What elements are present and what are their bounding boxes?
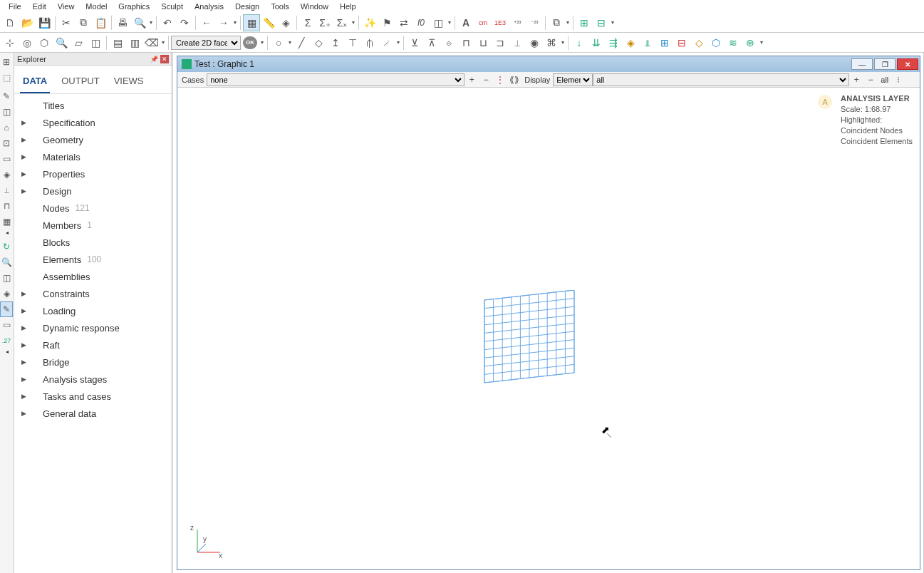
expand-arrow-icon[interactable]: ▶ — [21, 358, 27, 366]
new-icon[interactable]: 🗋 — [1, 14, 19, 31]
ok-button[interactable]: OK — [243, 36, 257, 49]
load11-icon[interactable]: ⊛ — [742, 34, 759, 51]
mesh-icon[interactable]: ◈ — [277, 14, 294, 31]
shape-icon[interactable]: ◇ — [310, 34, 327, 51]
link2-icon[interactable]: ⊔ — [474, 34, 492, 51]
tree-node[interactable]: ▶Bridge — [14, 353, 172, 371]
sigma-x-icon[interactable]: Σₓ — [333, 14, 351, 31]
tree-node[interactable]: ▶Materials — [14, 148, 172, 165]
ruler-icon[interactable]: 📏 — [260, 14, 277, 31]
wand-icon[interactable]: ✨ — [361, 14, 378, 31]
sigma-icon[interactable]: Σ — [299, 14, 316, 31]
mass-icon[interactable]: ◉ — [526, 34, 543, 51]
minimize-button[interactable]: — — [851, 58, 873, 70]
tree-node[interactable]: Elements100 — [14, 251, 172, 268]
menu-model[interactable]: Model — [80, 1, 113, 11]
vt-icon-9[interactable]: ⟂ — [0, 182, 13, 198]
menu-file[interactable]: File — [3, 1, 27, 11]
menu-analysis[interactable]: Analysis — [189, 1, 229, 11]
vt-icon-18[interactable]: .27 — [0, 333, 13, 349]
cases-select[interactable]: none — [207, 73, 464, 86]
expand-arrow-icon[interactable]: ▶ — [21, 187, 27, 195]
support-up-icon[interactable]: ⊼ — [423, 34, 440, 51]
expand-icon[interactable]: ⊞ — [576, 14, 593, 31]
filter-select[interactable]: all — [593, 73, 849, 86]
rigid-icon[interactable]: ⊐ — [492, 34, 509, 51]
expand-arrow-icon[interactable]: ▶ — [21, 410, 27, 417]
load8-icon[interactable]: ◇ — [690, 34, 707, 51]
menu-sculpt[interactable]: Sculpt — [155, 1, 189, 11]
vt-icon-3[interactable]: ✎ — [0, 88, 13, 104]
load10-icon[interactable]: ≋ — [725, 34, 742, 51]
dropdown-icon[interactable]: ▾ — [395, 39, 401, 46]
vt-icon-11[interactable]: ▦ — [0, 214, 13, 229]
vt-icon-7[interactable]: ▭ — [0, 151, 13, 167]
tree-node[interactable]: ▶Tasks and cases — [14, 388, 172, 405]
beam-icon[interactable]: ⊤ — [344, 34, 361, 51]
expand-arrow-icon[interactable]: ▶ — [21, 119, 27, 126]
tree-node[interactable]: ▶Loading — [14, 302, 172, 319]
expand-arrow-icon[interactable]: ▶ — [21, 341, 27, 349]
collapse-marker[interactable]: ◂ — [0, 349, 14, 355]
vt-icon-5[interactable]: ⌂ — [0, 120, 13, 135]
erase-icon[interactable]: ⌫ — [143, 34, 160, 51]
chart-icon[interactable]: ◫ — [430, 14, 447, 31]
forward-icon[interactable]: → — [215, 14, 232, 31]
dropdown-icon[interactable]: ▾ — [148, 19, 154, 26]
dropdown-icon[interactable]: ▾ — [259, 39, 265, 46]
dropdown-icon[interactable]: ▾ — [565, 19, 571, 26]
tree-node[interactable]: Assemblies — [14, 268, 172, 285]
restraint-icon[interactable]: ⊓ — [457, 34, 474, 51]
pin-icon[interactable]: ↥ — [327, 34, 344, 51]
spring-icon[interactable]: ⫛ — [361, 34, 378, 51]
broadcast-icon[interactable]: ⟪⟫ — [508, 73, 521, 86]
add-icon[interactable]: + — [465, 73, 478, 86]
cut-icon[interactable]: ✂ — [58, 14, 75, 31]
node-icon[interactable]: ◫ — [87, 34, 104, 51]
undo-icon[interactable]: ↶ — [159, 14, 176, 31]
paste-icon[interactable]: 📋 — [92, 14, 109, 31]
load1-icon[interactable]: ↓ — [571, 34, 588, 51]
tree-node[interactable]: ▶Geometry — [14, 131, 172, 148]
expand-arrow-icon[interactable]: ▶ — [21, 324, 27, 331]
expand-arrow-icon[interactable]: ▶ — [21, 136, 27, 143]
load7-icon[interactable]: ⊟ — [673, 34, 690, 51]
pin-icon[interactable]: 📌 — [150, 56, 159, 63]
collapse-marker[interactable]: ◂ — [0, 229, 14, 236]
decrease-decimal-icon[interactable]: ⁻²³ — [526, 14, 543, 31]
damper-icon[interactable]: ⌘ — [543, 34, 560, 51]
fx-icon[interactable]: f0 — [412, 14, 430, 31]
vt-icon-10[interactable]: ⊓ — [0, 198, 13, 214]
dropdown-icon[interactable]: ▾ — [160, 39, 166, 46]
line-icon[interactable]: ╱ — [293, 34, 310, 51]
vt-icon-17[interactable]: ▭ — [0, 317, 13, 333]
dropdown-icon[interactable]: ▾ — [351, 19, 356, 26]
dropdown-icon[interactable]: ▾ — [560, 39, 566, 46]
constraint-icon[interactable]: ⟂ — [509, 34, 526, 51]
back-icon[interactable]: ← — [198, 14, 215, 31]
load3-icon[interactable]: ⇶ — [605, 34, 622, 51]
expand-arrow-icon[interactable]: ▶ — [21, 290, 27, 297]
menu-tools[interactable]: Tools — [265, 1, 295, 11]
tab-views[interactable]: VIEWS — [111, 71, 147, 93]
menu-window[interactable]: Window — [295, 1, 334, 11]
support-down-icon[interactable]: ⊻ — [406, 34, 423, 51]
vt-icon-12[interactable]: ↻ — [0, 239, 13, 254]
menu-graphics[interactable]: Graphics — [113, 1, 155, 11]
settings-icon[interactable]: ⁝ — [892, 73, 905, 86]
dropdown-icon[interactable]: ▾ — [447, 19, 452, 26]
swap-icon[interactable]: ⇄ — [395, 14, 412, 31]
vt-icon-2[interactable]: ⬚ — [0, 70, 13, 86]
target-icon[interactable]: ◎ — [19, 34, 36, 51]
dropdown-icon[interactable]: ▾ — [287, 39, 293, 46]
grid-icon[interactable]: ▦ — [243, 14, 260, 31]
action-combo[interactable]: Create 2D face lo — [171, 36, 241, 50]
vt-icon-8[interactable]: ◈ — [0, 167, 13, 182]
tab-data[interactable]: DATA — [20, 71, 50, 93]
tree-node[interactable]: ▶Specification — [14, 114, 172, 131]
tree-node[interactable]: ▶Properties — [14, 165, 172, 182]
sigma-plus-icon[interactable]: Σ₊ — [316, 14, 333, 31]
dropdown-icon[interactable]: ▾ — [232, 19, 238, 26]
tree-node[interactable]: ▶Design — [14, 182, 172, 200]
close-button[interactable]: ✕ — [897, 58, 918, 70]
